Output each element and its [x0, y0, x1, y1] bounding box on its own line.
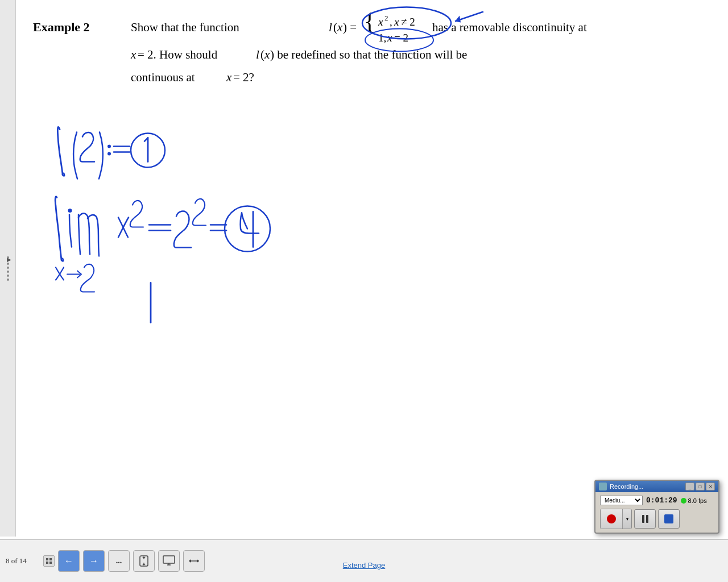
record-icon [607, 514, 616, 523]
svg-rect-46 [49, 562, 52, 564]
recording-body: Mediu... 0:01:29 8.0 fps ▾ [595, 492, 718, 533]
minimize-button[interactable]: _ [685, 483, 694, 490]
svg-rect-44 [49, 558, 52, 560]
monitor-icon [163, 555, 175, 567]
recording-row2: ▾ [600, 509, 714, 529]
sidebar-dots: ▶ [7, 256, 9, 281]
svg-text:= 2.  How should: = 2. How should [138, 48, 218, 61]
svg-text:,: , [390, 16, 392, 28]
svg-point-28 [107, 145, 111, 148]
svg-text:Show that the function: Show that the function [131, 20, 239, 34]
mode-select[interactable]: Mediu... [600, 496, 643, 505]
bottom-toolbar: 8 of 14 ← → ... [0, 539, 728, 582]
svg-text:continuous at: continuous at [131, 70, 195, 84]
svg-marker-51 [142, 564, 146, 566]
svg-text:has a removable discontinuity : has a removable discontinuity at [432, 20, 587, 34]
window-controls: _ □ ✕ [685, 483, 715, 490]
svg-text:= 2: = 2 [394, 32, 408, 44]
svg-text:x: x [264, 48, 270, 61]
monitor-button[interactable] [158, 550, 180, 572]
stop-icon [664, 514, 673, 523]
svg-text:≠ 2: ≠ 2 [401, 16, 415, 28]
svg-point-34 [68, 209, 72, 213]
svg-text:) =: ) = [343, 20, 357, 34]
next-button[interactable]: → [83, 550, 105, 572]
scroll-icon [138, 555, 150, 567]
svg-marker-56 [189, 559, 191, 563]
restore-button[interactable]: □ [696, 483, 705, 490]
svg-text:) be redefined so that the fun: ) be redefined so that the function will… [270, 48, 467, 61]
svg-point-29 [107, 152, 111, 156]
svg-text:x: x [130, 48, 136, 61]
example-label: Example 2 [33, 20, 90, 34]
scroll-button[interactable] [133, 550, 155, 572]
svg-marker-57 [197, 559, 199, 563]
record-button-group: ▾ [600, 509, 632, 529]
stop-button[interactable] [658, 509, 680, 529]
record-dropdown[interactable]: ▾ [622, 509, 631, 529]
svg-rect-45 [46, 562, 48, 564]
prev-button[interactable]: ← [58, 550, 80, 572]
recording-title-icon [599, 483, 607, 490]
svg-text:= 2?: = 2? [233, 70, 254, 84]
svg-rect-52 [163, 556, 175, 563]
svg-text:x: x [394, 16, 399, 28]
recording-titlebar: Recording... _ □ ✕ [595, 481, 718, 492]
sidebar-arrow: ▶ [7, 256, 9, 259]
main-canvas: Example 2 Show that the function l ( x )… [17, 0, 728, 539]
svg-text:x: x [337, 20, 343, 34]
timer-display: 0:01:29 [646, 496, 677, 505]
svg-text:(: ( [260, 48, 264, 61]
svg-text:x: x [378, 16, 383, 28]
svg-text:l: l [256, 48, 259, 61]
recording-title: Recording... [610, 483, 643, 490]
close-button[interactable]: ✕ [706, 483, 715, 490]
page-indicator: 8 of 14 [6, 556, 40, 566]
svg-text:x: x [226, 70, 232, 84]
svg-marker-50 [142, 556, 146, 558]
grid-button[interactable] [43, 555, 55, 567]
fps-value: 8.0 fps [688, 497, 707, 504]
svg-text:(: ( [333, 20, 337, 34]
svg-marker-27 [455, 16, 461, 23]
recording-widget: Recording... _ □ ✕ Mediu... 0:01:29 8.0 … [594, 480, 719, 534]
sidebar-handle[interactable]: ▶ [0, 0, 16, 537]
extend-button[interactable] [183, 550, 205, 572]
record-button[interactable] [601, 509, 622, 529]
more-button[interactable]: ... [108, 550, 130, 572]
recording-row1: Mediu... 0:01:29 8.0 fps [600, 496, 714, 505]
svg-rect-43 [46, 558, 48, 560]
svg-text:l: l [329, 20, 332, 34]
fps-dot [681, 498, 686, 504]
extend-icon [188, 556, 200, 566]
extend-page-link[interactable]: Extend Page [343, 561, 385, 569]
pause-icon [642, 515, 648, 523]
svg-text:2: 2 [384, 14, 388, 22]
pause-button[interactable] [634, 509, 656, 529]
fps-indicator: 8.0 fps [681, 497, 707, 504]
